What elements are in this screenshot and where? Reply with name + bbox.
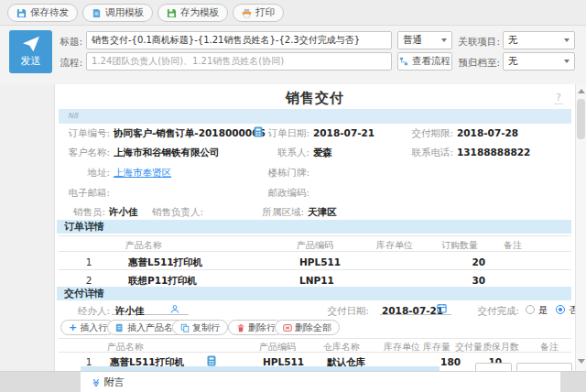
delivery-section-bar: 交付详情: [57, 287, 571, 300]
product-cell: 联想P11打印机: [128, 275, 197, 288]
view-flow-button[interactable]: 查看流程: [397, 52, 452, 71]
chevron-down-icon: [564, 60, 570, 63]
print-icon: [242, 8, 252, 18]
region-value: 天津区: [308, 206, 337, 219]
delete-row-label: 删除行: [248, 321, 276, 334]
code-cell: LNP11: [299, 275, 334, 286]
send-label: 发送: [21, 54, 41, 68]
delivery-date-value: 2018-07-21: [382, 305, 443, 316]
order-no-value: 协同客户-销售订单-2018000006: [114, 127, 266, 140]
col-unit-header: 库存单位: [376, 239, 413, 252]
form-title: 销售交付: [55, 90, 575, 107]
template-icon: [92, 8, 102, 18]
delivery-date-label: 交付日期:: [314, 305, 369, 318]
top-toolbar: 保存待发 调用模板 存为模板 打印: [0, 0, 586, 26]
pre-archive-select[interactable]: 无: [503, 52, 575, 71]
email-label: 电子邮箱:: [55, 187, 110, 200]
row-number: 2: [86, 275, 92, 286]
copy-row-button[interactable]: 复制行: [172, 320, 228, 335]
priority-select[interactable]: 普通: [397, 31, 452, 49]
insert-product-icon: [115, 323, 125, 332]
postscript-toggle[interactable]: ≫ 附言: [92, 376, 124, 389]
scroll-up-icon[interactable]: [578, 89, 585, 93]
building-label: 楼栋门牌:: [255, 167, 309, 180]
code-cell: HPL511: [299, 256, 341, 267]
delivery-date-input[interactable]: 2018-07-21: [380, 302, 451, 315]
table-border: [59, 235, 571, 236]
related-project-select[interactable]: 无: [503, 31, 575, 49]
qty-cell: 20: [472, 256, 485, 267]
customer-value: 上海市和谷钢铁有限公司: [114, 147, 220, 159]
handler-input[interactable]: 许小佳: [112, 302, 189, 315]
postscript-label: 附言: [103, 376, 124, 389]
print-button[interactable]: 打印: [233, 4, 284, 22]
note-input[interactable]: [516, 363, 572, 371]
complete-label: 交付完成:: [464, 305, 519, 318]
form-subheader-bar: N8: [59, 109, 571, 124]
send-button[interactable]: 发送: [9, 30, 52, 73]
phone-value: 13188888822: [457, 147, 530, 158]
table-border: [59, 338, 571, 339]
sales-lead-label: 销售负责人:: [142, 206, 203, 219]
complete-yes-radio[interactable]: [526, 305, 535, 314]
col-code-header: 产品编码: [297, 239, 333, 252]
phone-label: 联系电话:: [398, 147, 453, 159]
form-scrollbar[interactable]: [575, 84, 586, 371]
footer-bar: ≫ 附言: [0, 371, 586, 392]
address-link[interactable]: 上海市奉贤区: [114, 167, 171, 180]
zip-label: 邮政编码:: [255, 187, 309, 200]
complete-no-radio[interactable]: [556, 305, 565, 314]
save-draft-label: 保存待发: [30, 6, 69, 19]
pre-archive-value: 无: [508, 55, 518, 68]
pre-archive-label: 预归档至:: [452, 57, 500, 70]
order-section-title: 订单详情: [64, 221, 104, 233]
complete-yes-label[interactable]: 是: [538, 304, 548, 317]
paper-plane-icon: [22, 36, 40, 52]
plus-icon: +: [69, 321, 77, 333]
address-label: 地址:: [55, 167, 110, 180]
stock-cell: 180: [440, 356, 461, 367]
chevron-down-icon: [564, 38, 570, 42]
chevron-down-icon: [441, 38, 447, 42]
title-field-label: 标题:: [57, 36, 82, 49]
order-date-value: 2018-07-21: [313, 127, 374, 138]
delete-all-button[interactable]: 删除全部: [275, 320, 340, 335]
flow-field-label: 流程:: [57, 57, 82, 70]
copy-row-label: 复制行: [192, 321, 220, 334]
copy-icon: [180, 323, 190, 332]
deadline-label: 交付期限:: [398, 127, 453, 140]
table-border: [59, 269, 571, 270]
related-project-label: 关联项目:: [452, 36, 500, 49]
deadline-value: 2018-07-28: [457, 127, 518, 138]
send-header: 发送 标题: 普通 关联项目: 无 流程: 查看流程 预归档至: 无: [0, 26, 586, 84]
flow-input[interactable]: [86, 52, 392, 71]
save-as-template-button[interactable]: 存为模板: [157, 4, 228, 22]
warranty-input[interactable]: [475, 363, 512, 371]
flow-icon: [399, 57, 408, 66]
calendar-icon[interactable]: [437, 303, 447, 313]
use-template-label: 调用模板: [105, 6, 144, 19]
person-picker-icon[interactable]: [170, 304, 179, 314]
delivery-section-title: 交付详情: [64, 288, 104, 299]
scrollbar-thumb[interactable]: [577, 99, 585, 139]
footer-right-gutter: [560, 372, 586, 392]
sales-delivery-page: 保存待发 调用模板 存为模板 打印 发送: [0, 0, 586, 392]
trash-icon: [236, 323, 245, 332]
col-product-header: 产品名称: [125, 239, 162, 252]
complete-no-label[interactable]: 否: [569, 304, 575, 317]
table-border: [59, 251, 571, 252]
save-draft-button[interactable]: 保存待发: [7, 4, 78, 22]
delete-all-label: 删除全部: [295, 321, 331, 334]
related-form-icon[interactable]: [207, 355, 216, 366]
use-template-button[interactable]: 调用模板: [82, 4, 153, 22]
help-link[interactable]: ?: [554, 92, 563, 104]
delete-all-icon: [283, 323, 292, 332]
order-date-label: 订单日期:: [255, 127, 309, 140]
form-body: 销售交付 ? N8 订单编号: 协同客户-销售订单-2018000006 订单日…: [55, 84, 575, 371]
save-as-template-icon: [167, 8, 177, 18]
title-input[interactable]: [86, 31, 392, 49]
salesman-label: 销售员:: [55, 206, 105, 219]
contact-value: 爱森: [313, 147, 332, 159]
scroll-down-icon[interactable]: [578, 359, 585, 364]
col-qty-header: 订购数量: [441, 239, 478, 252]
